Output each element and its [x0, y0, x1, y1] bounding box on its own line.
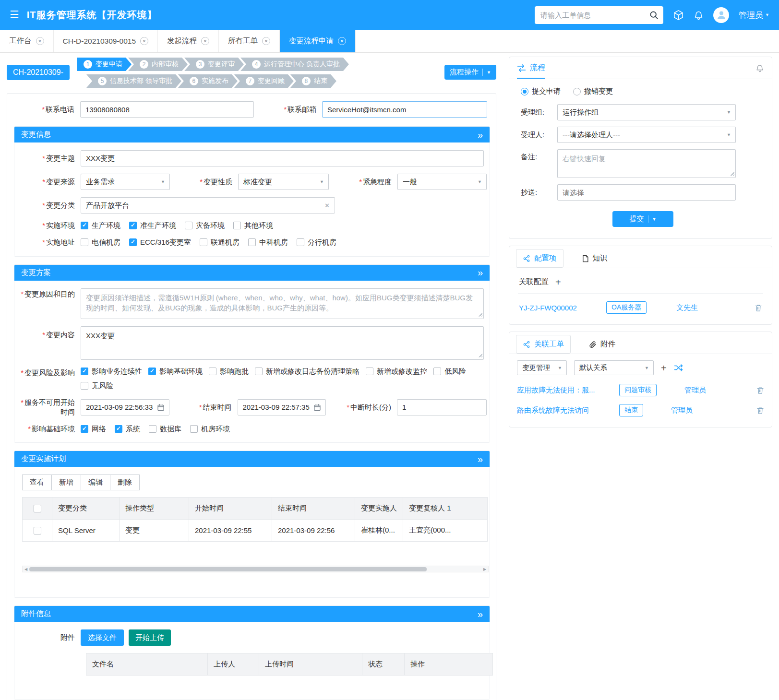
config-item-link[interactable]: YJ-ZJ-FWQ00002 — [519, 304, 606, 312]
tab-ticket[interactable]: CH-D-20210309-0015 ✕ — [54, 30, 158, 52]
collapse-icon[interactable]: » — [478, 130, 483, 140]
ticket-type-select[interactable]: 变更管理 ▼ — [517, 360, 567, 375]
checkbox-risk-none[interactable]: 无风险 — [81, 381, 113, 391]
scroll-right-icon[interactable]: ▶ — [481, 567, 488, 571]
edit-button[interactable]: 编辑 — [81, 475, 110, 490]
trash-icon[interactable] — [756, 406, 764, 415]
checkbox-addr-unicom[interactable]: 联通机房 — [200, 238, 240, 247]
tab-related-tickets[interactable]: 关联工单 — [516, 335, 571, 354]
calendar-icon[interactable] — [157, 403, 165, 411]
relation-select[interactable]: 默认关系 ▼ — [574, 360, 654, 375]
select-file-button[interactable]: 选择文件 — [81, 629, 124, 646]
assignee-select[interactable]: ---请选择处理人--- ▼ — [557, 127, 736, 143]
checkbox-risk-batch[interactable]: 影响跑批 — [209, 367, 249, 376]
ticket-link[interactable]: 应用故障无法使用：服... — [517, 386, 619, 395]
checkbox-addr-zhongke[interactable]: 中科机房 — [248, 238, 288, 247]
clear-icon[interactable]: ✕ — [324, 202, 330, 209]
close-icon[interactable]: ✕ — [201, 37, 209, 45]
checkbox[interactable] — [34, 505, 41, 512]
radio-revoke-change[interactable]: 撤销变更 — [573, 87, 613, 96]
checkbox-addr-ecc[interactable]: ECC/316变更室 — [129, 238, 191, 247]
close-icon[interactable]: ✕ — [36, 37, 44, 45]
checkbox-addr-telecom[interactable]: 电信机房 — [81, 238, 120, 247]
checkbox-env-other[interactable]: 其他环境 — [233, 221, 273, 230]
horizontal-scrollbar[interactable]: ◀ ▶ — [22, 566, 489, 572]
search-input[interactable] — [540, 11, 649, 19]
group-select[interactable]: 运行操作组 ▼ — [557, 104, 736, 120]
remark-textarea[interactable] — [557, 149, 736, 178]
checkbox[interactable] — [34, 527, 41, 534]
urgency-select[interactable]: 一般 ▼ — [397, 174, 487, 190]
collapse-icon[interactable]: » — [478, 609, 483, 619]
checkbox-risk-monitor[interactable]: 新增或修改监控 — [366, 367, 427, 376]
end-input[interactable]: 2021-03-09 22:57:35 — [238, 399, 326, 415]
flow-header: CH-20210309- 1 变更申请 2 内部审核 3 变更 — [7, 57, 496, 90]
tab-workbench[interactable]: 工作台 ✕ — [0, 30, 54, 52]
start-upload-button[interactable]: 开始上传 — [129, 629, 171, 646]
trash-icon[interactable] — [756, 386, 764, 394]
checkbox-risk-infra[interactable]: 影响基础环境 — [148, 367, 203, 376]
nature-select[interactable]: 标准变更 ▼ — [238, 174, 329, 190]
checkbox-env-prod[interactable]: 生产环境 — [81, 221, 120, 230]
close-icon[interactable]: ✕ — [140, 37, 148, 45]
flow-action-button[interactable]: 流程操作 ▼ — [444, 65, 496, 80]
checkbox-impact-network[interactable]: 网络 — [81, 425, 106, 434]
add-relation-icon[interactable]: + — [661, 363, 667, 373]
search-icon[interactable] — [649, 11, 659, 20]
checkbox-env-dr[interactable]: 灾备环境 — [185, 221, 225, 230]
checkbox-risk-low[interactable]: 低风险 — [433, 367, 466, 376]
tab-change-request[interactable]: 变更流程申请 ✕ — [280, 30, 356, 52]
calendar-icon[interactable] — [313, 403, 321, 411]
subject-input[interactable] — [81, 150, 484, 166]
checkbox — [185, 222, 192, 229]
tab-knowledge[interactable]: 知识 — [575, 249, 614, 268]
checkbox-impact-database[interactable]: 数据库 — [149, 425, 181, 434]
scroll-left-icon[interactable]: ◀ — [23, 567, 29, 571]
tab-process[interactable]: 流程 — [517, 57, 545, 79]
user-menu[interactable]: 管理员 ▼ — [739, 10, 769, 21]
ticket-owner[interactable]: 管理员 — [684, 386, 706, 395]
radio-submit-request[interactable]: 提交申请 — [521, 87, 561, 96]
ticket-link[interactable]: 路由系统故障无法访问 — [517, 406, 619, 415]
add-config-icon[interactable]: + — [555, 277, 561, 287]
avatar[interactable] — [713, 7, 729, 23]
collapse-icon[interactable]: » — [478, 268, 483, 277]
view-button[interactable]: 查看 — [22, 475, 52, 490]
shuffle-icon[interactable] — [674, 364, 683, 372]
add-button[interactable]: 新增 — [51, 475, 81, 490]
table-row[interactable]: SQL Server 变更 2021-03-09 22:55 2021-03-0… — [23, 520, 487, 541]
close-icon[interactable]: ✕ — [262, 37, 270, 45]
submit-button[interactable]: 提交 ▼ — [612, 211, 673, 227]
checkbox-addr-branch[interactable]: 分行机房 — [297, 238, 336, 247]
scrollbar-thumb[interactable] — [29, 567, 427, 571]
checkbox-risk-log-policy[interactable]: 新增或修改日志备份清理策略 — [255, 367, 360, 376]
phone-input[interactable] — [80, 101, 254, 118]
email-input[interactable] — [322, 101, 487, 118]
delete-button[interactable]: 删除 — [110, 475, 140, 490]
content-textarea[interactable]: XXX变更 — [81, 326, 484, 360]
checkbox-risk-continuity[interactable]: 影响业务连续性 — [81, 367, 142, 376]
duration-input[interactable] — [397, 399, 487, 415]
tab-start-flow[interactable]: 发起流程 ✕ — [158, 30, 219, 52]
menu-icon[interactable]: ☰ — [10, 10, 19, 20]
checkbox-impact-room[interactable]: 机房环境 — [190, 425, 230, 434]
notifications-bell-icon[interactable] — [694, 10, 704, 20]
env-label: 实施环境 — [14, 221, 81, 230]
ticket-owner[interactable]: 管理员 — [671, 406, 693, 415]
checkbox-env-preprod[interactable]: 准生产环境 — [129, 221, 176, 230]
reason-textarea[interactable] — [81, 288, 484, 319]
close-icon[interactable]: ✕ — [338, 37, 346, 45]
tab-config-items[interactable]: 配置项 — [516, 249, 563, 268]
trash-icon[interactable] — [755, 304, 762, 312]
checkbox-impact-system[interactable]: 系统 — [115, 425, 140, 434]
reminder-bell-icon[interactable] — [755, 57, 764, 79]
modules-cube-icon[interactable] — [673, 10, 684, 21]
source-select[interactable]: 业务需求 ▼ — [81, 174, 170, 190]
config-item-owner[interactable]: 文先生 — [676, 303, 698, 312]
tab-attachments[interactable]: 附件 — [582, 335, 622, 354]
tab-all-tickets[interactable]: 所有工单 ✕ — [219, 30, 280, 52]
collapse-icon[interactable]: » — [478, 454, 483, 464]
downtime-start-input[interactable]: 2021-03-09 22:56:33 — [81, 399, 169, 415]
cc-input[interactable] — [557, 184, 736, 201]
category-input[interactable]: 产品开放平台 ✕ — [81, 197, 335, 214]
